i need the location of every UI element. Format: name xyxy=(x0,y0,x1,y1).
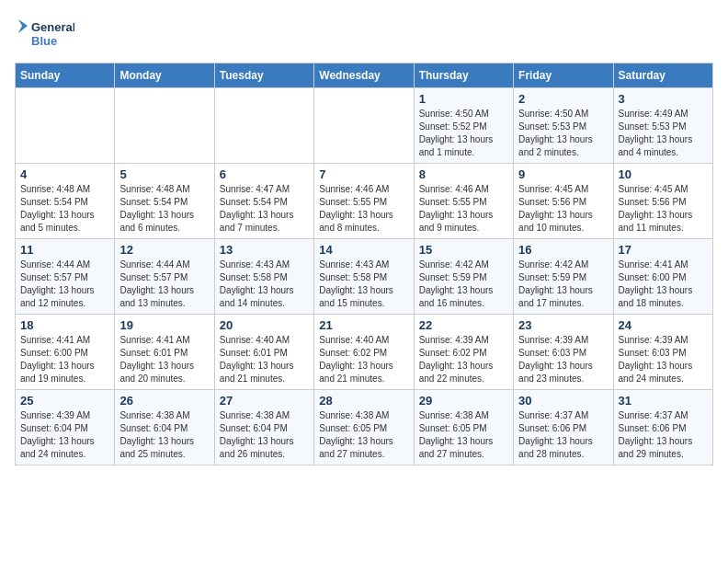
day-info: Sunrise: 4:38 AM Sunset: 6:04 PM Dayligh… xyxy=(119,409,209,461)
day-number: 29 xyxy=(419,394,508,408)
calendar-header-row: SundayMondayTuesdayWednesdayThursdayFrid… xyxy=(16,63,713,88)
calendar-cell: 31Sunrise: 4:37 AM Sunset: 6:06 PM Dayli… xyxy=(613,390,712,465)
day-info: Sunrise: 4:46 AM Sunset: 5:55 PM Dayligh… xyxy=(419,183,508,235)
day-number: 31 xyxy=(619,394,708,408)
day-info: Sunrise: 4:40 AM Sunset: 6:02 PM Dayligh… xyxy=(319,334,408,385)
calendar-cell: 13Sunrise: 4:43 AM Sunset: 5:58 PM Dayli… xyxy=(214,239,313,315)
day-info: Sunrise: 4:45 AM Sunset: 5:56 PM Dayligh… xyxy=(518,183,608,235)
calendar-cell: 6Sunrise: 4:47 AM Sunset: 5:54 PM Daylig… xyxy=(214,164,313,239)
calendar-week-5: 25Sunrise: 4:39 AM Sunset: 6:04 PM Dayli… xyxy=(16,390,713,465)
day-info: Sunrise: 4:37 AM Sunset: 6:06 PM Dayligh… xyxy=(619,409,708,461)
calendar-cell: 25Sunrise: 4:39 AM Sunset: 6:04 PM Dayli… xyxy=(16,390,115,465)
calendar-cell: 26Sunrise: 4:38 AM Sunset: 6:04 PM Dayli… xyxy=(115,390,214,465)
day-number: 15 xyxy=(419,243,508,257)
day-number: 21 xyxy=(319,318,408,332)
day-info: Sunrise: 4:39 AM Sunset: 6:04 PM Dayligh… xyxy=(20,409,109,461)
day-info: Sunrise: 4:48 AM Sunset: 5:54 PM Dayligh… xyxy=(119,183,209,235)
day-number: 9 xyxy=(518,167,608,181)
day-info: Sunrise: 4:44 AM Sunset: 5:57 PM Dayligh… xyxy=(119,259,209,310)
day-number: 4 xyxy=(20,167,109,181)
day-number: 23 xyxy=(518,318,608,332)
day-info: Sunrise: 4:38 AM Sunset: 6:04 PM Dayligh… xyxy=(220,409,309,461)
day-info: Sunrise: 4:50 AM Sunset: 5:52 PM Dayligh… xyxy=(419,108,508,159)
day-number: 16 xyxy=(518,243,608,257)
day-header-saturday: Saturday xyxy=(613,63,712,88)
calendar-week-2: 4Sunrise: 4:48 AM Sunset: 5:54 PM Daylig… xyxy=(16,164,713,239)
day-number: 14 xyxy=(319,243,408,257)
day-info: Sunrise: 4:48 AM Sunset: 5:54 PM Dayligh… xyxy=(20,183,109,235)
day-info: Sunrise: 4:37 AM Sunset: 6:06 PM Dayligh… xyxy=(518,409,608,461)
calendar-cell: 29Sunrise: 4:38 AM Sunset: 6:05 PM Dayli… xyxy=(414,390,513,465)
calendar-cell: 23Sunrise: 4:39 AM Sunset: 6:03 PM Dayli… xyxy=(514,315,613,390)
calendar-cell: 14Sunrise: 4:43 AM Sunset: 5:58 PM Dayli… xyxy=(314,239,414,315)
day-header-monday: Monday xyxy=(115,63,214,88)
calendar-cell: 22Sunrise: 4:39 AM Sunset: 6:02 PM Dayli… xyxy=(414,315,513,390)
day-number: 13 xyxy=(220,243,309,257)
day-info: Sunrise: 4:41 AM Sunset: 6:01 PM Dayligh… xyxy=(119,334,209,385)
calendar-cell: 17Sunrise: 4:41 AM Sunset: 6:00 PM Dayli… xyxy=(613,239,712,315)
calendar-cell: 7Sunrise: 4:46 AM Sunset: 5:55 PM Daylig… xyxy=(314,164,414,239)
calendar-cell: 24Sunrise: 4:39 AM Sunset: 6:03 PM Dayli… xyxy=(613,315,712,390)
calendar-cell xyxy=(314,88,414,164)
calendar-cell: 9Sunrise: 4:45 AM Sunset: 5:56 PM Daylig… xyxy=(514,164,613,239)
day-number: 28 xyxy=(319,394,408,408)
calendar-cell: 21Sunrise: 4:40 AM Sunset: 6:02 PM Dayli… xyxy=(314,315,414,390)
calendar-table: SundayMondayTuesdayWednesdayThursdayFrid… xyxy=(15,63,713,465)
day-number: 27 xyxy=(220,394,309,408)
day-number: 7 xyxy=(319,167,408,181)
day-number: 1 xyxy=(419,92,508,106)
day-header-wednesday: Wednesday xyxy=(314,63,414,88)
day-number: 22 xyxy=(419,318,508,332)
day-info: Sunrise: 4:46 AM Sunset: 5:55 PM Dayligh… xyxy=(319,183,408,235)
day-info: Sunrise: 4:44 AM Sunset: 5:57 PM Dayligh… xyxy=(20,259,109,310)
calendar-cell: 20Sunrise: 4:40 AM Sunset: 6:01 PM Dayli… xyxy=(214,315,313,390)
day-info: Sunrise: 4:39 AM Sunset: 6:03 PM Dayligh… xyxy=(518,334,608,385)
day-info: Sunrise: 4:50 AM Sunset: 5:53 PM Dayligh… xyxy=(518,108,608,159)
day-number: 10 xyxy=(619,167,708,181)
day-number: 20 xyxy=(220,318,309,332)
day-number: 11 xyxy=(20,243,109,257)
calendar-cell: 28Sunrise: 4:38 AM Sunset: 6:05 PM Dayli… xyxy=(314,390,414,465)
day-number: 12 xyxy=(119,243,209,257)
day-number: 24 xyxy=(619,318,708,332)
day-number: 2 xyxy=(518,92,608,106)
calendar-week-3: 11Sunrise: 4:44 AM Sunset: 5:57 PM Dayli… xyxy=(16,239,713,315)
day-info: Sunrise: 4:49 AM Sunset: 5:53 PM Dayligh… xyxy=(619,108,708,159)
calendar-cell: 27Sunrise: 4:38 AM Sunset: 6:04 PM Dayli… xyxy=(214,390,313,465)
calendar-week-1: 1Sunrise: 4:50 AM Sunset: 5:52 PM Daylig… xyxy=(16,88,713,164)
day-number: 30 xyxy=(518,394,608,408)
logo: GeneralBlue xyxy=(15,15,74,52)
day-number: 17 xyxy=(619,243,708,257)
day-header-thursday: Thursday xyxy=(414,63,513,88)
calendar-cell: 3Sunrise: 4:49 AM Sunset: 5:53 PM Daylig… xyxy=(613,88,712,164)
day-number: 19 xyxy=(119,318,209,332)
svg-text:Blue: Blue xyxy=(31,34,57,48)
calendar-cell: 11Sunrise: 4:44 AM Sunset: 5:57 PM Dayli… xyxy=(16,239,115,315)
day-info: Sunrise: 4:43 AM Sunset: 5:58 PM Dayligh… xyxy=(319,259,408,310)
svg-text:General: General xyxy=(31,20,74,34)
day-info: Sunrise: 4:40 AM Sunset: 6:01 PM Dayligh… xyxy=(220,334,309,385)
day-info: Sunrise: 4:45 AM Sunset: 5:56 PM Dayligh… xyxy=(619,183,708,235)
calendar-cell: 30Sunrise: 4:37 AM Sunset: 6:06 PM Dayli… xyxy=(514,390,613,465)
calendar-cell xyxy=(115,88,214,164)
day-info: Sunrise: 4:42 AM Sunset: 5:59 PM Dayligh… xyxy=(518,259,608,310)
calendar-cell: 2Sunrise: 4:50 AM Sunset: 5:53 PM Daylig… xyxy=(514,88,613,164)
logo-svg: GeneralBlue xyxy=(15,15,74,52)
day-info: Sunrise: 4:42 AM Sunset: 5:59 PM Dayligh… xyxy=(419,259,508,310)
day-number: 25 xyxy=(20,394,109,408)
day-number: 26 xyxy=(119,394,209,408)
day-header-sunday: Sunday xyxy=(16,63,115,88)
day-number: 8 xyxy=(419,167,508,181)
calendar-cell: 8Sunrise: 4:46 AM Sunset: 5:55 PM Daylig… xyxy=(414,164,513,239)
day-info: Sunrise: 4:39 AM Sunset: 6:02 PM Dayligh… xyxy=(419,334,508,385)
svg-marker-0 xyxy=(18,19,28,33)
day-info: Sunrise: 4:43 AM Sunset: 5:58 PM Dayligh… xyxy=(220,259,309,310)
calendar-cell xyxy=(16,88,115,164)
day-info: Sunrise: 4:39 AM Sunset: 6:03 PM Dayligh… xyxy=(619,334,708,385)
day-number: 18 xyxy=(20,318,109,332)
day-info: Sunrise: 4:38 AM Sunset: 6:05 PM Dayligh… xyxy=(419,409,508,461)
day-number: 5 xyxy=(119,167,209,181)
day-header-friday: Friday xyxy=(514,63,613,88)
calendar-cell: 4Sunrise: 4:48 AM Sunset: 5:54 PM Daylig… xyxy=(16,164,115,239)
calendar-cell: 16Sunrise: 4:42 AM Sunset: 5:59 PM Dayli… xyxy=(514,239,613,315)
